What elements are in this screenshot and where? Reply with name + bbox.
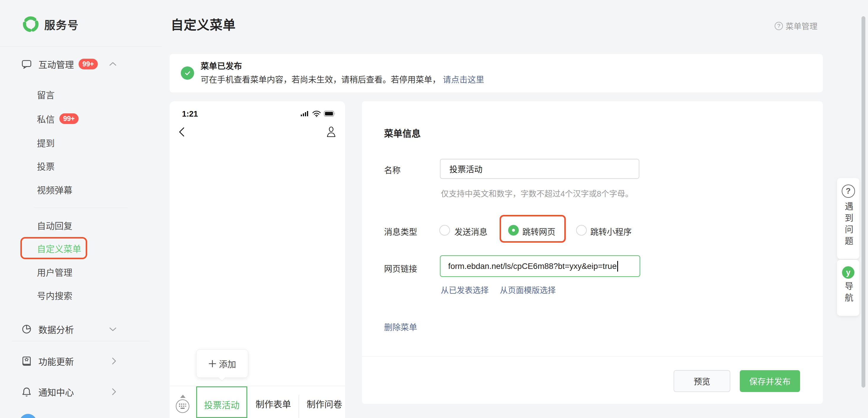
sidebar-item-comments[interactable]: 留言 xyxy=(37,88,55,101)
chevron-down-icon[interactable] xyxy=(108,325,118,333)
menu-management-help[interactable]: ? 菜单管理 xyxy=(775,20,817,32)
status-time: 1:21 xyxy=(182,109,198,119)
radio-jump-miniprogram[interactable] xyxy=(576,225,587,236)
sidebar-item-feature-updates[interactable]: 功能更新 xyxy=(21,354,74,368)
avatar[interactable] xyxy=(20,414,37,418)
tab-label: 制作表单 xyxy=(255,399,291,409)
nav-logo-icon: y xyxy=(842,266,855,279)
tabbar-divider xyxy=(169,386,345,386)
sidebar-item-user-mgmt[interactable]: 用户管理 xyxy=(37,266,72,278)
radio-send-message[interactable] xyxy=(439,225,450,236)
sidebar-item-mentions[interactable]: 提到 xyxy=(37,136,55,149)
sidebar-item-votes[interactable]: 投票 xyxy=(37,160,55,172)
unread-badge: 99+ xyxy=(59,113,79,124)
nav-rail-label: 导航 xyxy=(842,282,855,305)
bell-icon xyxy=(21,386,32,397)
sidebar-item-label: 视频弹幕 xyxy=(37,183,72,196)
delete-menu-link[interactable]: 删除菜单 xyxy=(384,321,417,333)
menu-tab-make-form[interactable]: 制作表单 xyxy=(244,397,303,410)
cell-signal-icon xyxy=(301,110,309,117)
help-icon: ? xyxy=(775,22,783,30)
text-caret xyxy=(617,261,618,272)
name-label: 名称 xyxy=(384,164,401,176)
sidebar-item-label: 私信 xyxy=(37,112,55,125)
footer-divider xyxy=(362,356,823,357)
battery-icon xyxy=(324,110,336,117)
phone-preview: 1:21 xyxy=(169,101,345,418)
help-label: 菜单管理 xyxy=(785,20,817,32)
add-label: 添加 xyxy=(219,357,236,370)
radio-label[interactable]: 跳转网页 xyxy=(522,225,555,237)
add-menu-popover[interactable]: 添加 xyxy=(196,349,248,378)
plus-icon xyxy=(208,359,217,368)
tab-label: 投票活动 xyxy=(204,398,240,411)
message-type-label: 消息类型 xyxy=(384,225,417,237)
profile-icon[interactable] xyxy=(325,126,337,138)
nav-rail-card[interactable]: y 导航 xyxy=(837,260,860,316)
banner-description: 可在手机查看菜单内容，若尚未生效，请稍后查看。若停用菜单， 请点击这里 xyxy=(200,73,484,85)
keyboard-icon xyxy=(176,399,189,413)
sidebar-item-label: 提到 xyxy=(37,136,55,149)
sidebar-item-label: 功能更新 xyxy=(38,354,74,368)
page-title: 自定义菜单 xyxy=(171,15,236,33)
menu-info-card: 菜单信息 名称 投票活动 仅支持中英文和数字，字数不超过4个汉字或8个字母。 消… xyxy=(362,101,823,404)
url-input[interactable]: form.ebdan.net/ls/cpCE6m88?bt=yxy&eip=tr… xyxy=(440,255,640,277)
sidebar-item-label: 互动管理 xyxy=(38,58,74,71)
brand-header: 服务号 xyxy=(0,0,162,46)
sidebar-divider xyxy=(12,341,150,341)
radio-label[interactable]: 发送消息 xyxy=(454,225,488,237)
sidebar-item-private-msg[interactable]: 私信 99+ xyxy=(37,112,79,125)
banner-title: 菜单已发布 xyxy=(200,60,242,71)
triangle-up-icon xyxy=(180,395,186,398)
sidebar-item-label: 号内搜索 xyxy=(37,289,72,302)
preview-button[interactable]: 预览 xyxy=(674,370,730,392)
menu-tab-make-survey[interactable]: 制作问卷 xyxy=(295,397,345,410)
section-title: 菜单信息 xyxy=(384,126,421,139)
chevron-right-icon[interactable] xyxy=(110,387,118,397)
sidebar-item-label: 通知中心 xyxy=(38,385,74,398)
back-icon[interactable] xyxy=(177,126,186,138)
sidebar-item-label: 自定义菜单 xyxy=(37,242,81,255)
select-from-published-link[interactable]: 从已发表选择 xyxy=(441,284,489,295)
sidebar-item-analytics[interactable]: 数据分析 xyxy=(21,323,74,336)
brand-logo-icon xyxy=(21,15,40,34)
select-from-template-link[interactable]: 从页面模版选择 xyxy=(500,284,556,295)
sidebar-item-label: 数据分析 xyxy=(38,323,74,336)
url-label: 网页链接 xyxy=(384,263,417,274)
publish-success-banner: 菜单已发布 可在手机查看菜单内容，若尚未生效，请稍后查看。若停用菜单， 请点击这… xyxy=(169,54,823,93)
sidebar-item-label: 留言 xyxy=(37,88,55,101)
sidebar-item-label: 投票 xyxy=(37,160,55,172)
pie-chart-icon xyxy=(21,324,32,335)
question-icon: ? xyxy=(842,184,855,198)
chat-bubble-icon xyxy=(21,59,32,69)
radio-label[interactable]: 跳转小程序 xyxy=(590,225,632,237)
chevron-up-icon[interactable] xyxy=(108,60,118,68)
sidebar-item-notifications[interactable]: 通知中心 xyxy=(21,385,74,398)
wifi-icon xyxy=(312,110,321,117)
sidebar: 服务号 互动管理 99+ 留言 私信 99+ 提到 投票 视频弹幕 自动回复 自… xyxy=(0,0,162,418)
chevron-right-icon[interactable] xyxy=(110,356,118,366)
unread-badge: 99+ xyxy=(79,59,98,69)
name-input[interactable]: 投票活动 xyxy=(440,159,639,179)
disable-menu-link[interactable]: 请点击这里 xyxy=(443,75,484,84)
help-rail-label: 遇到问题 xyxy=(842,202,855,248)
radio-jump-webpage[interactable] xyxy=(508,225,519,236)
sidebar-item-video-danmu[interactable]: 视频弹幕 xyxy=(37,183,72,196)
success-check-icon xyxy=(181,66,194,80)
sidebar-header-divider xyxy=(0,46,162,47)
sidebar-item-custom-menu[interactable]: 自定义菜单 xyxy=(37,242,81,255)
popover-arrow xyxy=(219,375,225,381)
menu-tab-vote-activity[interactable]: 投票活动 xyxy=(196,386,247,418)
help-rail-card[interactable]: ? 遇到问题 xyxy=(837,178,860,259)
sidebar-item-account-search[interactable]: 号内搜索 xyxy=(37,289,72,302)
brand-title: 服务号 xyxy=(44,16,79,32)
sidebar-item-auto-reply[interactable]: 自动回复 xyxy=(37,219,72,232)
name-hint: 仅支持中英文和数字，字数不超过4个汉字或8个字母。 xyxy=(441,187,633,199)
sidebar-item-label: 自动回复 xyxy=(37,219,72,232)
sidebar-item-interaction[interactable]: 互动管理 99+ xyxy=(21,58,98,71)
tab-label: 制作问卷 xyxy=(307,399,342,409)
status-icons xyxy=(301,110,336,117)
book-star-icon xyxy=(21,356,32,367)
save-publish-button[interactable]: 保存并发布 xyxy=(740,370,800,392)
vertical-scrollbar-thumb[interactable] xyxy=(862,16,865,388)
